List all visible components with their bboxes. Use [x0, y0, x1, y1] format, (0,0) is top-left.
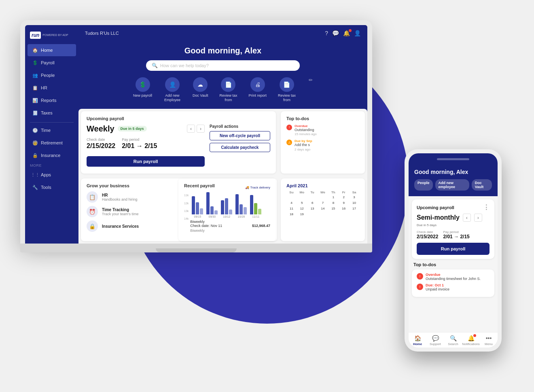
payroll-card-title: Upcoming payroll [87, 116, 270, 121]
bar-1b [196, 202, 199, 214]
payroll-prev-btn[interactable]: ‹ [187, 125, 195, 133]
main-content: Tudors R'Us LLC ? 💬 🔔 👤 Good morning, Al… [78, 25, 367, 244]
phone-payroll-menu-icon[interactable]: ⋮ [483, 203, 490, 211]
recent-payroll-card: Recent payroll 🚚 Track delivery [178, 178, 276, 241]
cal-day-1[interactable]: 1 [328, 195, 338, 200]
cal-day-4[interactable]: 4 [286, 200, 297, 206]
cal-day-19[interactable]: 19 [297, 212, 307, 217]
chat-icon[interactable]: 💬 [332, 30, 339, 36]
cal-day-7[interactable]: 7 [318, 200, 328, 206]
phone-check-date-group: Check date 2/15/2022 [417, 230, 438, 239]
cal-day-2[interactable]: 2 [339, 195, 349, 200]
bar-2c [214, 210, 218, 214]
qa-doc-vault-label: Doc Vault [193, 93, 208, 98]
edit-icon[interactable]: ✏ [309, 77, 313, 83]
cal-day-8[interactable]: 8 [328, 200, 338, 206]
sidebar-item-payroll[interactable]: 💲 Payroll [28, 57, 76, 69]
sidebar-item-reports[interactable]: 📊 Reports [28, 94, 76, 106]
due-badge: Due in 5 days [118, 126, 147, 131]
sidebar-item-payroll-label: Payroll [41, 60, 55, 65]
bar-group-5: 11/11 [250, 195, 261, 218]
bar-1c [200, 208, 203, 214]
cal-day-13[interactable]: 13 [307, 206, 318, 211]
phone-next-btn[interactable]: › [474, 214, 482, 222]
cal-day-17[interactable]: 17 [349, 206, 359, 211]
phone-nav-search[interactable]: 🔍 Search [444, 335, 462, 346]
grow-insurance-content: Insurance Services [102, 224, 139, 229]
qa-add-employee-icon: 👤 [165, 77, 180, 92]
search-icon: 🔍 [152, 63, 158, 68]
chart-bars: 09/15 [190, 194, 270, 218]
phone-nav: 🏠 Home 💬 Support 🔍 Search 🔔 Notification… [409, 332, 498, 348]
cal-day-9[interactable]: 9 [339, 200, 349, 206]
top-bar-icons: ? 💬 🔔 👤 [325, 30, 361, 36]
cal-day-18[interactable]: 18 [286, 212, 297, 217]
qa-new-payroll[interactable]: 💲 New payroll [133, 77, 152, 98]
cal-day-15[interactable]: 15 [328, 206, 338, 211]
phone-pay-period-val: 2/01 → 2/15 [443, 234, 469, 239]
sidebar-item-tools[interactable]: 🔧 Tools [28, 181, 76, 193]
bar-3b [225, 198, 228, 214]
bar-chart: 09/15 [190, 194, 270, 233]
y-axis: 14k 13k 12k 11k [184, 194, 189, 220]
bars-4 [235, 194, 247, 214]
notifications-icon[interactable]: 🔔 [343, 30, 350, 36]
phone-tab-people[interactable]: People [414, 179, 433, 191]
qa-review-tax-2[interactable]: 📄 Review tax from [275, 77, 299, 102]
run-payroll-btn[interactable]: Run payroll [87, 156, 205, 167]
phone-pay-period-group: Pay period 2/01 → 2/15 [443, 230, 469, 239]
qa-review-tax-1[interactable]: 📄 Review tax from [216, 77, 240, 102]
bar-label-1: 09/15 [194, 215, 201, 218]
phone-run-payroll-btn[interactable]: Run payroll [417, 243, 490, 255]
phone-tab-add-employee[interactable]: Add new employee [435, 179, 469, 191]
phone-nav-support[interactable]: 💬 Support [426, 335, 444, 346]
phone-due: Due in 5 days [417, 223, 490, 227]
phone-nav-menu-icon: ••• [486, 335, 492, 341]
payroll-dates: Check date 2/15/2022 Pay period 2/01 → 2… [87, 138, 205, 150]
phone-tab-doc-vault[interactable]: Doc Vault [472, 179, 492, 191]
sidebar-item-people[interactable]: 👥 People [28, 69, 76, 81]
sidebar-item-insurance[interactable]: 🔒 Insurance [28, 149, 76, 161]
phone-nav-notifications[interactable]: 🔔 Notifications [462, 335, 480, 346]
phone-nav-home-label: Home [413, 342, 422, 346]
sidebar-item-hr[interactable]: 📋 HR [28, 82, 76, 94]
cal-day-14[interactable]: 14 [318, 206, 328, 211]
cal-day-10[interactable]: 10 [349, 200, 359, 206]
track-delivery-link[interactable]: 🚚 Track delivery [245, 186, 271, 189]
payroll-next-btn[interactable]: › [197, 125, 205, 133]
qa-print-report[interactable]: 🖨 Print report [248, 77, 267, 98]
pay-period-group: Pay period 2/01 → 2/15 [122, 138, 157, 150]
help-icon[interactable]: ? [325, 30, 328, 36]
cal-day-5[interactable]: 5 [297, 200, 307, 206]
sidebar-item-home[interactable]: 🏠 Home [28, 44, 76, 56]
phone-prev-btn[interactable]: ‹ [463, 214, 471, 222]
qa-new-payroll-icon: 💲 [136, 77, 150, 92]
bar-5b [254, 203, 257, 214]
qa-doc-vault[interactable]: ☁ Doc Vault [193, 77, 208, 98]
qa-add-employee[interactable]: 👤 Add new Employee [160, 77, 184, 102]
bar-2b [210, 206, 214, 214]
cal-day-16[interactable]: 16 [339, 206, 349, 211]
search-bar[interactable]: 🔍 How can we help today? [146, 60, 300, 71]
calculate-paycheck-btn[interactable]: Calculate paycheck [210, 143, 270, 152]
cal-day-6[interactable]: 6 [307, 200, 318, 206]
sidebar-item-time[interactable]: 🕐 Time [28, 124, 76, 136]
payroll-nav-arrows: ‹ › [187, 125, 205, 133]
phone-nav-home[interactable]: 🏠 Home [409, 335, 426, 346]
cal-day-11[interactable]: 11 [286, 206, 297, 211]
bars-2 [206, 192, 218, 214]
check-date-label: Check date [87, 138, 115, 142]
cal-day-12[interactable]: 12 [297, 206, 307, 211]
cal-day-3[interactable]: 3 [349, 195, 359, 200]
sidebar-item-time-label: Time [41, 128, 51, 133]
sidebar-item-tools-label: Tools [41, 185, 51, 190]
new-offcycle-btn[interactable]: New off-cycle payroll [210, 131, 270, 140]
sidebar-item-taxes[interactable]: 🧾 Taxes [28, 107, 76, 119]
sidebar-item-retirement[interactable]: 🧓 Retirement [28, 137, 76, 149]
todo-warning-label: Due by Sep [295, 139, 312, 143]
phone-nav-menu[interactable]: ••• Menu [480, 335, 498, 346]
todo-warning-time: 2 days ago [295, 148, 312, 151]
user-icon[interactable]: 👤 [354, 30, 361, 36]
sidebar-item-apps[interactable]: ⋮⋮ Apps [28, 169, 76, 181]
todo-overdue-time: 15 minutes ago [295, 132, 317, 136]
